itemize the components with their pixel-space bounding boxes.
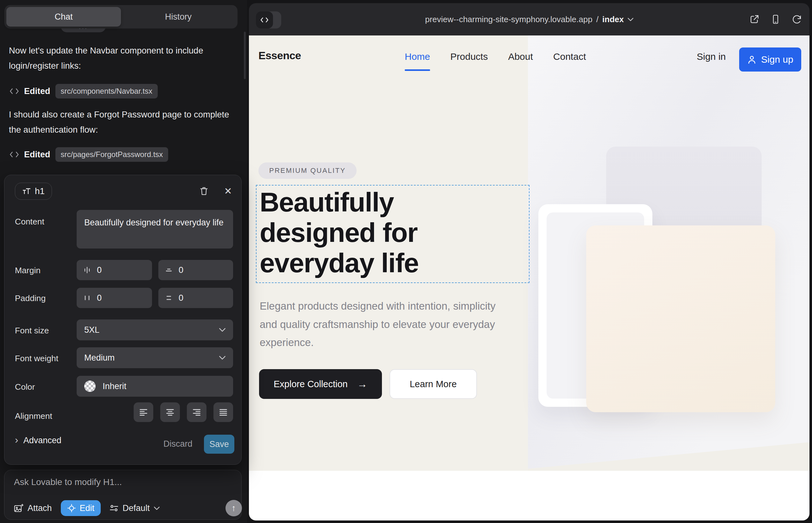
hero-description: Elegant products designed with intention…	[260, 297, 513, 352]
chevron-down-icon	[219, 328, 226, 332]
nav-link-products[interactable]: Products	[450, 51, 488, 62]
font-weight-label: Font weight	[15, 354, 58, 363]
decorative-card-front	[586, 226, 775, 412]
align-justify-button[interactable]	[213, 402, 233, 422]
attach-image-icon	[14, 504, 23, 512]
align-right-button[interactable]	[187, 402, 207, 422]
preview-toolbar: preview--charming-site-symphony.lovable.…	[249, 3, 810, 35]
font-weight-select[interactable]: Medium	[77, 347, 233, 368]
code-icon	[10, 151, 19, 158]
tab-history[interactable]: History	[121, 7, 236, 26]
content-label: Content	[15, 217, 44, 227]
discard-button[interactable]: Discard	[163, 439, 193, 449]
file-chip[interactable]: src/pages/ForgotPassword.tsx	[55, 147, 169, 162]
chat-sidebar: ··· Chat History Now let's update the Na…	[0, 0, 247, 523]
padding-x-input[interactable]: 0	[77, 288, 152, 308]
attach-button[interactable]: Attach	[14, 503, 52, 513]
margin-y-input[interactable]: 0	[158, 260, 233, 280]
hero-headline[interactable]: Beautifully designed for everyday life	[260, 187, 481, 278]
url-separator: /	[596, 15, 599, 24]
preview-pane: preview--charming-site-symphony.lovable.…	[249, 3, 810, 521]
margin-vertical-icon	[165, 266, 173, 274]
target-icon	[67, 504, 76, 512]
url-page: index	[602, 15, 624, 24]
file-chip[interactable]: src/components/Navbar.tsx	[55, 84, 158, 98]
element-editor-panel: h1 ✕ Content Beautifully designed for ev…	[4, 175, 242, 465]
align-left-button[interactable]	[134, 402, 153, 422]
color-picker-field[interactable]: Inherit	[77, 376, 233, 397]
site-logo[interactable]: Essence	[259, 49, 301, 62]
edit-mode-button[interactable]: Edit	[61, 500, 101, 516]
composer-toolbar: Attach Edit Default	[14, 500, 160, 516]
arrow-right-icon: →	[357, 378, 367, 390]
assistant-message: I should also create a Forgot Password p…	[9, 107, 234, 138]
file-edit-row: Edited src/pages/ForgotPassword.tsx	[10, 146, 168, 163]
arrow-up-icon: ↑	[231, 503, 236, 513]
edited-label: Edited	[24, 150, 50, 160]
refresh-icon[interactable]	[792, 14, 802, 24]
mode-selector[interactable]: Default	[110, 503, 160, 513]
margin-label: Margin	[15, 266, 40, 275]
padding-y-input[interactable]: 0	[158, 288, 233, 308]
color-label: Color	[15, 382, 35, 392]
save-button[interactable]: Save	[204, 435, 234, 454]
user-icon	[747, 55, 757, 64]
nav-link-about[interactable]: About	[508, 51, 533, 62]
chat-history-tabs: Chat History	[4, 5, 237, 29]
mobile-view-icon[interactable]	[771, 14, 780, 24]
chevron-down-icon	[628, 18, 633, 21]
sign-up-button[interactable]: Sign up	[739, 48, 801, 72]
preview-actions	[749, 3, 802, 35]
hero-cta-row: Explore Collection → Learn More	[259, 369, 477, 399]
padding-label: Padding	[15, 293, 46, 303]
delete-element-button[interactable]	[197, 184, 211, 198]
padding-vertical-icon	[165, 294, 173, 302]
font-size-select[interactable]: 5XL	[77, 320, 233, 340]
color-swatch	[84, 381, 96, 392]
chevron-down-icon	[154, 507, 160, 510]
close-editor-button[interactable]: ✕	[221, 184, 235, 198]
content-field: Beautifully designed for everyday life	[77, 210, 233, 249]
margin-horizontal-icon	[83, 266, 91, 274]
content-input[interactable]: Beautifully designed for everyday life	[77, 210, 233, 249]
alignment-label: Alignment	[15, 411, 52, 421]
site-viewport: Essence Home Products About Contact Sign…	[249, 35, 810, 521]
learn-more-button[interactable]: Learn More	[390, 369, 477, 399]
chat-scrollbar[interactable]	[244, 32, 246, 79]
open-in-new-tab-icon[interactable]	[749, 14, 759, 24]
url-bar[interactable]: preview--charming-site-symphony.lovable.…	[249, 3, 810, 35]
file-edit-row: Edited src/components/Navbar.tsx	[10, 83, 158, 100]
assistant-message: Now let's update the Navbar component to…	[9, 43, 234, 73]
nav-link-home[interactable]: Home	[405, 51, 430, 62]
margin-x-input[interactable]: 0	[77, 260, 152, 280]
tab-chat[interactable]: Chat	[6, 7, 121, 26]
prompt-input[interactable]	[14, 477, 232, 492]
code-icon	[10, 87, 19, 95]
prompt-composer: Attach Edit Default	[4, 470, 242, 520]
sliders-icon	[110, 504, 119, 512]
align-center-button[interactable]	[160, 402, 180, 422]
element-tag-label: h1	[35, 186, 45, 196]
advanced-toggle[interactable]: › Advanced	[15, 435, 61, 446]
url-host: preview--charming-site-symphony.lovable.…	[425, 15, 592, 24]
nav-link-contact[interactable]: Contact	[553, 51, 586, 62]
site-nav: Home Products About Contact	[405, 51, 586, 62]
font-size-label: Font size	[15, 326, 49, 336]
sign-in-link[interactable]: Sign in	[697, 51, 726, 62]
typography-icon	[22, 188, 31, 195]
send-button[interactable]: ↑	[226, 500, 242, 516]
padding-horizontal-icon	[83, 294, 91, 302]
premium-quality-badge: PREMIUM QUALITY	[259, 162, 357, 179]
edited-label: Edited	[24, 86, 50, 96]
chevron-down-icon	[219, 356, 226, 360]
explore-collection-button[interactable]: Explore Collection →	[259, 369, 382, 399]
app-window: ··· Chat History Now let's update the Na…	[0, 0, 812, 523]
selected-element-tag: h1	[15, 183, 52, 200]
chevron-right-icon: ›	[15, 435, 18, 445]
